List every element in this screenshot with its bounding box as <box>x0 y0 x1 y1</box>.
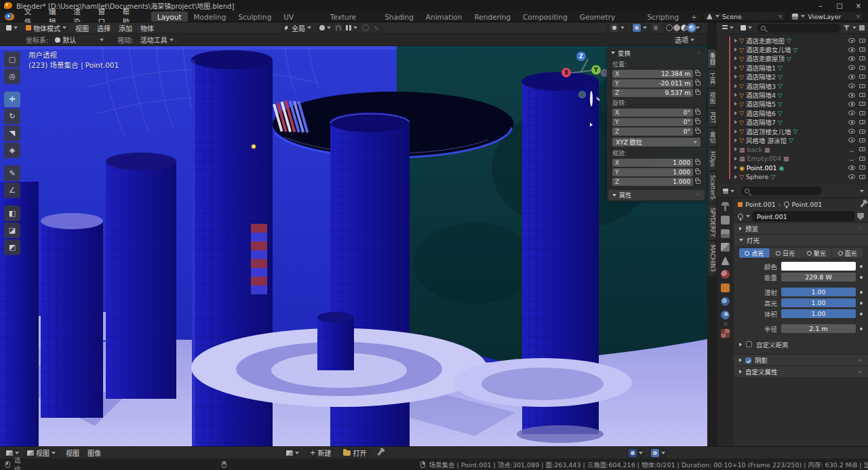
pivot-point-dropdown[interactable] <box>316 23 334 33</box>
pin-icon[interactable] <box>378 450 383 456</box>
disclosure-triangle-icon[interactable] <box>734 147 737 151</box>
workspace-tab[interactable]: UV Editing <box>277 12 323 22</box>
disable-in-render-toggle[interactable] <box>859 102 865 106</box>
tab-physics-icon[interactable] <box>721 311 730 319</box>
sidebar-tab[interactable]: 条目 <box>708 50 716 68</box>
viewport-menu-item[interactable]: 选择 <box>93 23 115 33</box>
disclosure-triangle-icon[interactable] <box>734 175 737 179</box>
hide-in-viewport-toggle[interactable] <box>848 165 855 170</box>
orthographic-toggle-icon[interactable] <box>590 136 602 148</box>
disclosure-triangle-icon[interactable] <box>734 75 737 79</box>
disable-in-render-toggle[interactable] <box>859 39 865 43</box>
light-panel-header[interactable]: 灯光 <box>734 234 868 246</box>
shadow-panel-header[interactable]: 阴影 ≡ <box>734 354 868 366</box>
outliner-item[interactable]: 酒店隔墙1 <box>717 63 868 72</box>
sidebar-tab[interactable]: SPYDERFY <box>708 204 716 240</box>
outliner-item[interactable]: 酒店顶楼女儿墙 <box>717 127 868 136</box>
sidebar-tab[interactable]: MACHIN3 <box>708 241 716 275</box>
disclosure-triangle-icon[interactable] <box>734 93 737 97</box>
sidebar-tab[interactable]: 视图 <box>708 89 716 107</box>
tab-output-icon[interactable] <box>721 229 730 238</box>
hide-in-viewport-toggle[interactable] <box>848 75 855 79</box>
xray-toggle-icon[interactable] <box>652 24 660 32</box>
animate-dot-icon[interactable] <box>860 291 863 294</box>
maximize-button[interactable]: □ <box>830 2 849 9</box>
tab-render-icon[interactable] <box>721 216 730 224</box>
breadcrumb-object[interactable]: Point.001 <box>745 201 776 208</box>
rotation-input[interactable]: Z 0° <box>612 128 693 136</box>
tab-tool-icon[interactable] <box>721 202 730 211</box>
animate-dot-icon[interactable] <box>860 276 863 279</box>
scale-input[interactable]: X 1.000 <box>612 159 693 167</box>
fake-user-shield-icon[interactable] <box>857 213 864 220</box>
disclosure-triangle-icon[interactable] <box>734 120 737 124</box>
show-gizmo-dropdown[interactable] <box>607 23 628 33</box>
close-button[interactable]: × <box>849 2 868 9</box>
properties-search-input[interactable] <box>741 187 822 195</box>
gizmo-y-axis[interactable]: Y <box>591 65 601 75</box>
tool-scale[interactable]: ◥ <box>4 125 20 141</box>
outliner-item[interactable]: 酒店隔墙7 <box>717 118 868 127</box>
shadow-checkbox[interactable] <box>745 357 751 364</box>
zoom-view-icon[interactable] <box>590 92 602 104</box>
workspace-tab[interactable]: Rendering <box>468 12 517 22</box>
tool-transform[interactable]: ◈ <box>4 142 20 158</box>
outliner-item[interactable]: 酒店隔墙6 <box>717 109 868 117</box>
workspace-tab[interactable]: Geometry Nodes <box>574 12 642 22</box>
workspace-tab[interactable]: Layout <box>151 12 188 22</box>
tab-texture-icon[interactable] <box>721 329 730 338</box>
proportional-editing-icon[interactable] <box>362 24 369 31</box>
workspace-tab[interactable]: Sculpting <box>232 12 277 22</box>
lock-icon[interactable] <box>696 161 701 165</box>
outliner-filter-object-dropdown[interactable] <box>738 23 754 33</box>
editor-type-dropdown[interactable] <box>721 187 736 196</box>
viewport-menu-item[interactable]: 物体 <box>136 23 158 33</box>
outliner-item[interactable]: 酒店隔墙2 <box>717 73 868 81</box>
hide-in-viewport-toggle[interactable] <box>848 174 855 179</box>
pan-view-icon[interactable] <box>590 107 602 119</box>
rotation-mode-dropdown[interactable]: XYZ 欧拉 <box>612 138 701 146</box>
drag-action-dropdown[interactable]: 活动工具 <box>137 35 177 45</box>
gizmo-negative-axis-dot[interactable] <box>578 91 586 98</box>
workspace-tab[interactable]: Animation <box>420 12 469 22</box>
disclosure-triangle-icon[interactable] <box>734 84 737 88</box>
lock-icon[interactable] <box>696 72 701 76</box>
tool-rotate[interactable]: ↻ <box>4 109 20 124</box>
point-light-object[interactable] <box>252 144 256 149</box>
tool-move[interactable]: ✛ <box>4 92 20 107</box>
hide-in-viewport-toggle[interactable] <box>848 65 855 70</box>
outliner-item[interactable]: 酒店走廊屋顶 <box>717 54 868 63</box>
sidebar-tab[interactable]: 盒切 <box>708 128 716 146</box>
disable-in-render-toggle[interactable] <box>859 175 865 179</box>
light-type-button[interactable]: 点光 <box>739 248 770 258</box>
image-editor-menu-item[interactable]: 图像 <box>83 448 105 458</box>
add-workspace-button[interactable]: + <box>685 12 703 22</box>
light-type-button[interactable]: 日光 <box>770 248 801 258</box>
disclosure-triangle-icon[interactable] <box>734 47 737 52</box>
pin-icon[interactable] <box>860 201 865 208</box>
outliner-item[interactable]: 酒店走廊地图 <box>717 36 868 45</box>
image-editor-menu-item[interactable]: 视图 <box>62 448 83 458</box>
lock-icon[interactable] <box>696 130 701 134</box>
image-mode-dropdown[interactable]: 视图 <box>24 448 59 458</box>
editor-type-dropdown[interactable] <box>3 23 21 33</box>
minimize-button[interactable]: – <box>811 2 830 9</box>
id-name-field[interactable]: Point.001 <box>753 212 854 221</box>
outliner-search-input[interactable] <box>757 24 841 33</box>
lock-icon[interactable] <box>696 180 701 184</box>
material-preview-icon[interactable] <box>681 24 688 31</box>
outliner-item[interactable]: Point.001 <box>717 163 868 172</box>
tab-view-layer-icon[interactable] <box>721 243 730 252</box>
custom-distance-row[interactable]: 自定义距离 <box>739 339 863 349</box>
hide-in-viewport-toggle[interactable] <box>848 47 855 52</box>
disable-in-render-toggle[interactable] <box>859 56 865 60</box>
location-input[interactable]: X 12.384 m <box>612 70 693 78</box>
sidebar-tab[interactable]: ScatterS <box>708 172 716 203</box>
animate-dot-icon[interactable] <box>860 302 863 305</box>
sidebar-tab[interactable]: 工具 <box>708 69 716 87</box>
disclosure-triangle-icon[interactable] <box>734 39 737 43</box>
location-input[interactable]: Z 9.537 m <box>612 89 693 97</box>
image-gizmos-dropdown[interactable] <box>627 448 645 458</box>
disable-in-render-toggle[interactable] <box>859 157 865 161</box>
disable-in-render-toggle[interactable] <box>859 84 865 88</box>
